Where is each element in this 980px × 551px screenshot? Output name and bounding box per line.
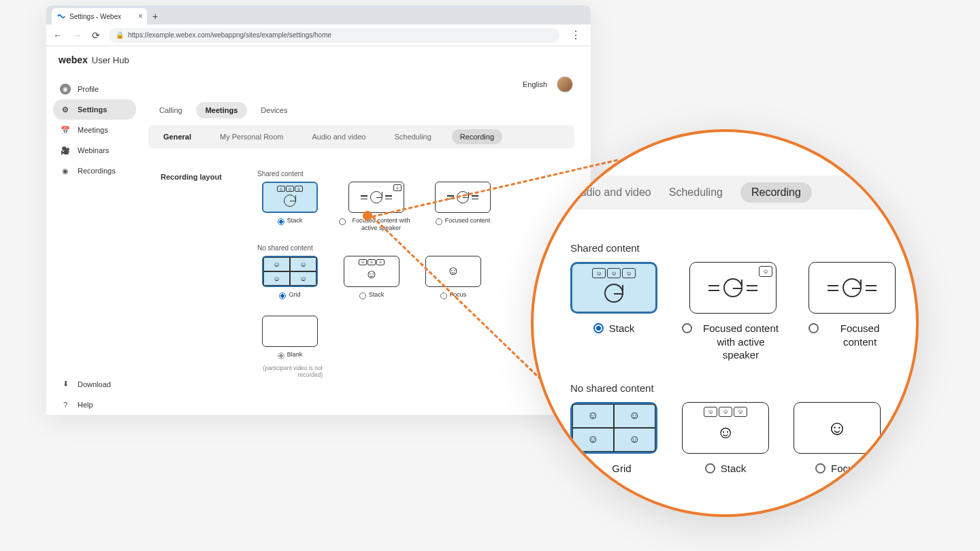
recording-card: Recording layout Shared content ☺☺☺ Stac…	[148, 156, 574, 395]
back-icon[interactable]: ←	[52, 30, 64, 41]
sidebar: ◉ Profile ⚙ Settings 📅 Meetings 🎥 Webina…	[46, 73, 142, 415]
sidebar-item-label: Meetings	[78, 126, 108, 134]
forward-icon: →	[71, 30, 83, 41]
tab-devices[interactable]: Devices	[251, 102, 297, 118]
sidebar-item-profile[interactable]: ◉ Profile	[53, 79, 136, 99]
secondary-tabs: General My Personal Room Audio and video…	[148, 125, 574, 148]
new-tab-button[interactable]: +	[147, 8, 163, 24]
thumb-grid-icon: ☺☺☺☺	[262, 256, 318, 287]
sidebar-item-settings[interactable]: ⚙ Settings	[53, 99, 136, 120]
zoom-option-focus2[interactable]: ☺ Focus	[794, 402, 881, 475]
address-bar[interactable]: 🔒 https://example.webex.com/webappng/sit…	[109, 28, 559, 43]
blank-hint: (participant video is not recorded)	[257, 365, 323, 378]
webex-favicon-icon	[57, 12, 65, 20]
zoom-shared-label: Shared content	[570, 242, 896, 254]
radio-icon[interactable]	[815, 463, 826, 473]
subtab-general[interactable]: General	[155, 129, 199, 144]
browser-menu-icon[interactable]: ⋮	[566, 29, 585, 41]
url-text: https://example.webex.com/webappng/sites…	[128, 31, 331, 39]
option-focused-with-speaker[interactable]: ☺ Focused content with active speaker	[339, 182, 414, 232]
browser-toolbar: ← → ⟳ 🔒 https://example.webex.com/webapp…	[46, 24, 591, 46]
sidebar-item-label: Recordings	[78, 167, 116, 175]
header-right: English	[144, 76, 578, 98]
zoom-thumb-stack2-icon: ☺☺☺ ☺	[682, 402, 769, 454]
zoom-subtab-audio-video[interactable]: Audio and video	[573, 186, 651, 199]
sidebar-item-label: Help	[78, 401, 93, 409]
option-stack-shared[interactable]: ☺☺☺ Stack	[257, 182, 323, 225]
primary-tabs: Calling Meetings Devices	[144, 98, 578, 125]
sidebar-item-label: Download	[78, 380, 111, 388]
zoom-option-focused[interactable]: Focused content	[808, 262, 896, 348]
tab-calling[interactable]: Calling	[150, 102, 192, 118]
zoom-callout: Audio and video Scheduling Recording Sha…	[531, 129, 919, 517]
calendar-icon: 📅	[60, 124, 71, 135]
app-header: webex User Hub	[46, 46, 591, 73]
tab-meetings[interactable]: Meetings	[196, 102, 248, 118]
gear-icon: ⚙	[60, 104, 71, 115]
avatar[interactable]	[557, 76, 573, 93]
radio-icon[interactable]	[808, 323, 819, 333]
option-focused-content[interactable]: Focused content	[430, 182, 495, 225]
zoom-thumb-grid-icon: ☺☺☺☺	[570, 402, 657, 454]
download-icon: ⬇	[60, 379, 71, 390]
profile-icon: ◉	[60, 84, 71, 95]
browser-tab-bar: Settings - Webex × +	[46, 5, 591, 24]
radio-icon[interactable]	[705, 463, 715, 473]
zoom-option-focused-speaker[interactable]: ☺ Focused content with active speaker	[682, 262, 784, 362]
recording-layout-label: Recording layout	[161, 170, 246, 181]
subtab-recording[interactable]: Recording	[452, 129, 502, 144]
sidebar-item-help[interactable]: ? Help	[53, 395, 136, 415]
thumb-focused-speaker-icon: ☺	[348, 182, 404, 213]
thumb-stack-icon: ☺☺☺	[262, 182, 318, 213]
radio-icon[interactable]	[278, 218, 284, 225]
zoom-thumb-stack-icon: ☺☺☺	[570, 262, 657, 314]
option-stack-noshared[interactable]: ☺☺☺ ☺ Stack	[339, 256, 404, 299]
radio-icon[interactable]	[440, 293, 447, 299]
thumb-blank-icon	[262, 316, 318, 347]
browser-tab-title: Settings - Webex	[69, 13, 121, 20]
radio-icon[interactable]	[279, 293, 286, 299]
record-icon: ◉	[60, 165, 71, 176]
webinar-icon: 🎥	[60, 145, 71, 156]
lock-icon: 🔒	[116, 31, 124, 39]
browser-tab[interactable]: Settings - Webex ×	[52, 8, 147, 24]
zoom-subtab-recording[interactable]: Recording	[740, 182, 812, 203]
sidebar-item-label: Profile	[78, 85, 99, 93]
close-icon[interactable]: ×	[138, 12, 143, 21]
zoom-subtab-scheduling[interactable]: Scheduling	[669, 186, 723, 199]
sidebar-item-label: Settings	[78, 105, 107, 114]
browser-window: Settings - Webex × + ← → ⟳ 🔒 https://exa…	[46, 5, 591, 415]
thumb-stack2-icon: ☺☺☺ ☺	[344, 256, 399, 287]
subtab-my-personal-room[interactable]: My Personal Room	[212, 129, 292, 144]
radio-icon[interactable]	[436, 218, 442, 225]
sidebar-item-recordings[interactable]: ◉ Recordings	[53, 161, 136, 181]
zoom-thumb-focused-speaker-icon: ☺	[689, 262, 777, 314]
option-focus[interactable]: ☺ Focus	[421, 256, 486, 299]
subtab-scheduling[interactable]: Scheduling	[386, 129, 439, 144]
language-selector[interactable]: English	[523, 80, 547, 88]
option-grid[interactable]: ☺☺☺☺ Grid	[257, 256, 323, 299]
brand-logo: webex	[59, 54, 88, 65]
radio-icon[interactable]	[339, 218, 346, 225]
option-blank[interactable]: Blank (participant video is not recorded…	[257, 316, 323, 378]
sidebar-item-download[interactable]: ⬇ Download	[53, 374, 136, 395]
reload-icon[interactable]: ⟳	[90, 30, 102, 41]
help-icon: ?	[60, 399, 71, 410]
zoom-option-stack[interactable]: ☺☺☺ Stack	[570, 262, 657, 335]
thumb-focused-icon	[435, 182, 491, 213]
sidebar-item-meetings[interactable]: 📅 Meetings	[53, 120, 136, 140]
sidebar-item-webinars[interactable]: 🎥 Webinars	[53, 140, 136, 161]
radio-icon[interactable]	[359, 293, 366, 299]
radio-icon[interactable]	[593, 323, 604, 333]
brand-subtitle: User Hub	[92, 55, 129, 65]
radio-icon[interactable]	[682, 323, 692, 333]
subtab-audio-video[interactable]: Audio and video	[304, 129, 374, 144]
radio-icon[interactable]	[278, 352, 284, 359]
zoom-subtabs: Audio and video Scheduling Recording	[564, 176, 902, 210]
zoom-noshared-label: No shared content	[570, 382, 896, 394]
zoom-option-grid[interactable]: ☺☺☺☺ Grid	[570, 402, 657, 475]
shared-content-label: Shared content	[257, 170, 562, 178]
zoom-option-stack2[interactable]: ☺☺☺ ☺ Stack	[682, 402, 769, 475]
zoom-thumb-focus-icon: ☺	[794, 402, 881, 454]
no-shared-content-label: No shared content	[257, 244, 562, 252]
